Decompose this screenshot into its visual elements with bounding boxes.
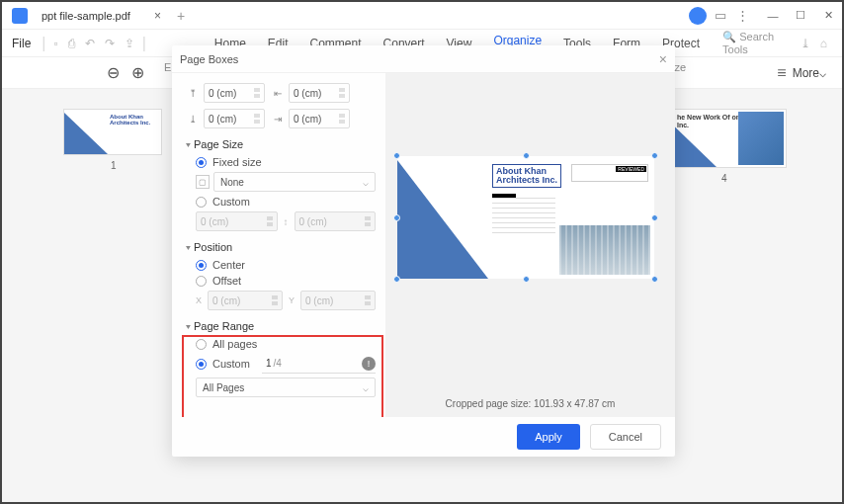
upload-icon[interactable]: ⤓ <box>801 37 810 50</box>
titlebar: ppt file-sample.pdf × + ▭ ⋮ — ☐ ✕ <box>2 2 842 30</box>
resize-handle[interactable] <box>393 276 400 283</box>
resize-handle[interactable] <box>523 152 530 159</box>
cancel-button[interactable]: Cancel <box>590 424 661 450</box>
badge: REVIEWED <box>616 166 646 172</box>
radio-custom-range[interactable]: Custom 1/4 ! <box>196 354 376 374</box>
radio-icon <box>196 359 207 370</box>
by-icon: ↕ <box>284 216 289 227</box>
preview-title: About Khan Architects Inc. <box>492 164 561 188</box>
margin-top-input[interactable]: 0 (cm) <box>204 83 265 103</box>
margin-right-icon: ⇥ <box>271 112 285 126</box>
radio-center[interactable]: Center <box>196 259 376 271</box>
dialog-left-panel: ⤒ 0 (cm) ⇤ 0 (cm) ⤓ 0 (cm) ⇥ 0 ( <box>172 73 385 417</box>
zoom-in-icon[interactable]: ⊕ <box>131 63 144 82</box>
thumb-num-4: 4 <box>721 173 727 184</box>
thumb-num-1: 1 <box>111 160 117 171</box>
page-scope-select[interactable]: All Pages <box>196 378 376 397</box>
tab-title: ppt file-sample.pdf <box>42 10 130 22</box>
height-input: 0 (cm) <box>295 211 377 231</box>
page-size-select[interactable]: None <box>213 172 376 192</box>
minimize-button[interactable]: — <box>759 10 787 22</box>
radio-label: Fixed size <box>212 156 262 168</box>
radio-custom-size[interactable]: Custom <box>196 196 376 208</box>
margin-bottom-icon: ⤓ <box>186 112 200 126</box>
radio-fixed-size[interactable]: Fixed size <box>196 156 376 168</box>
page-range-input[interactable]: 1/4 ! <box>262 354 376 374</box>
search-label: Search Tools <box>722 31 774 55</box>
width-input: 0 (cm) <box>196 211 278 231</box>
more-button[interactable]: More⌵ <box>793 66 826 80</box>
maximize-button[interactable]: ☐ <box>787 9 814 22</box>
resize-handle[interactable] <box>651 152 658 159</box>
radio-offset[interactable]: Offset <box>196 275 376 287</box>
document-tab[interactable]: ppt file-sample.pdf × <box>34 9 169 23</box>
print-icon[interactable]: ⎙ <box>68 37 75 50</box>
obscured-text: E <box>164 61 171 73</box>
radio-label: All pages <box>212 338 257 350</box>
redo-icon[interactable]: ↷ <box>105 37 115 50</box>
radio-all-pages[interactable]: All pages <box>196 338 376 350</box>
search-tools[interactable]: 🔍 Search Tools <box>722 31 796 55</box>
radio-label: Offset <box>212 275 241 287</box>
margin-bottom-input[interactable]: 0 (cm) <box>204 109 265 128</box>
crop-size-label: Cropped page size: 101.93 x 47.87 cm <box>385 398 675 409</box>
resize-handle[interactable] <box>393 214 400 221</box>
dialog-footer: Apply Cancel <box>172 417 675 457</box>
radio-icon <box>196 276 207 287</box>
margin-left-icon: ⇤ <box>271 86 285 100</box>
page-orient-icon[interactable]: ▢ <box>196 175 210 189</box>
new-tab-button[interactable]: + <box>177 8 185 24</box>
radio-label: Center <box>212 259 245 271</box>
radio-label: Custom <box>212 196 250 208</box>
alert-icon: ! <box>362 357 376 371</box>
resize-handle[interactable] <box>523 276 530 283</box>
resize-handle[interactable] <box>651 276 658 283</box>
thumb-title: About Khan Architects Inc. <box>110 114 161 126</box>
radio-icon <box>196 157 207 168</box>
zoom-out-icon[interactable]: ⊖ <box>107 63 120 82</box>
user-avatar[interactable] <box>689 7 707 25</box>
section-position[interactable]: Position <box>186 241 376 253</box>
apply-button[interactable]: Apply <box>517 424 580 450</box>
radio-label: Custom <box>212 358 250 370</box>
offset-x-input: 0 (cm) <box>208 291 283 310</box>
margin-left-input[interactable]: 0 (cm) <box>289 83 350 103</box>
radio-icon <box>196 197 207 208</box>
dialog-preview-panel: About Khan Architects Inc. REVIEWED <box>385 73 675 417</box>
obscured-text: ze <box>674 61 686 73</box>
resize-handle[interactable] <box>393 152 400 159</box>
margin-right-input[interactable]: 0 (cm) <box>289 109 350 128</box>
page-preview[interactable]: About Khan Architects Inc. REVIEWED <box>397 156 654 279</box>
dialog-header: Page Boxes × <box>172 45 675 73</box>
page-canvas: About Khan Architects Inc. 1 he New Work… <box>2 89 842 502</box>
chat-icon[interactable]: ▭ <box>715 8 726 23</box>
hamburger-icon[interactable]: ≡ <box>777 64 786 82</box>
section-page-size[interactable]: Page Size <box>186 138 376 150</box>
section-page-range[interactable]: Page Range <box>186 320 376 332</box>
save-icon[interactable]: ▫ <box>54 37 58 50</box>
radio-icon <box>196 260 207 271</box>
offset-y-input: 0 (cm) <box>300 291 376 310</box>
home-icon[interactable]: ⌂ <box>820 37 827 50</box>
file-menu[interactable]: File <box>12 37 31 50</box>
app-icon <box>12 8 28 24</box>
page-thumb-1[interactable]: About Khan Architects Inc. <box>63 109 162 155</box>
page-thumb-4[interactable]: he New Work Of on Architects Inc. <box>660 109 787 168</box>
page-boxes-dialog: E ze Page Boxes × ⤒ 0 (cm) ⇤ 0 (cm) <box>172 45 675 457</box>
undo-icon[interactable]: ↶ <box>85 37 95 50</box>
dialog-title: Page Boxes <box>180 53 238 65</box>
dialog-close-icon[interactable]: × <box>659 51 667 67</box>
kebab-icon[interactable]: ⋮ <box>736 8 749 23</box>
close-button[interactable]: ✕ <box>814 9 842 22</box>
tab-close-icon[interactable]: × <box>154 9 161 23</box>
margin-top-icon: ⤒ <box>186 86 200 100</box>
radio-icon <box>196 339 207 350</box>
share-icon[interactable]: ⇪ <box>125 37 134 50</box>
resize-handle[interactable] <box>651 214 658 221</box>
